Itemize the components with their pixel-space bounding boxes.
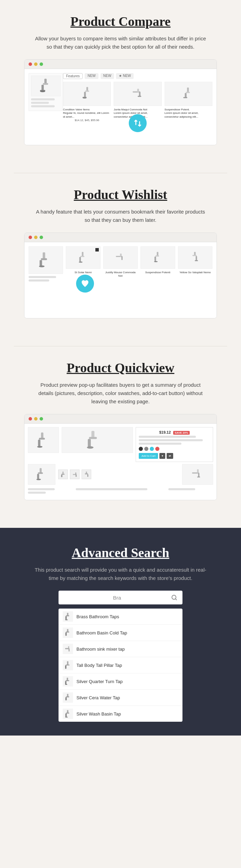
svg-rect-56 — [85, 473, 88, 474]
svg-rect-2 — [42, 85, 44, 91]
dot-green-compare — [40, 62, 43, 66]
svg-rect-45 — [40, 468, 42, 473]
quickview-title: Product Quickview — [21, 360, 220, 375]
svg-rect-28 — [121, 256, 122, 260]
wishlist-product-2: Justify Mouse Commoda Not — [103, 246, 138, 278]
quickview-content-area: $19.12 SAVE 20% — [24, 424, 217, 500]
search-result-6[interactable]: Silver Cera Water Tap — [59, 690, 182, 706]
compare-swap-icon[interactable] — [129, 114, 147, 132]
faucet-icon-result-7 — [64, 710, 72, 718]
search-input-box[interactable]: Bra — [59, 591, 182, 604]
svg-point-21 — [39, 265, 44, 267]
search-result-img-2 — [63, 628, 73, 638]
tab-new-2[interactable]: NEW — [101, 73, 114, 79]
compare-browser-wrapper: Features NEW NEW ★ NEW — [21, 59, 220, 156]
svg-point-67 — [65, 619, 68, 620]
quickview-left-thumb — [28, 427, 59, 462]
quickview-buttons: Add to Cart ♥ ⇄ — [139, 453, 210, 459]
search-result-4[interactable]: Tall Body Tall Pillar Tap — [59, 657, 182, 673]
color-swatch-4[interactable] — [155, 447, 159, 451]
svg-point-44 — [87, 446, 93, 448]
qv-line-2 — [139, 439, 203, 441]
svg-rect-46 — [38, 472, 43, 474]
color-swatch-1[interactable] — [139, 447, 143, 451]
dot-yellow-wishlist — [34, 236, 38, 239]
wishlist-product-img-1 — [66, 246, 101, 269]
svg-rect-57 — [87, 474, 88, 477]
dot-green-wishlist — [40, 236, 43, 239]
svg-rect-20 — [40, 260, 42, 266]
svg-rect-49 — [62, 472, 64, 474]
faucet-icon-qv-left — [34, 431, 52, 449]
dot-yellow-compare — [34, 62, 38, 66]
svg-point-9 — [82, 97, 86, 99]
compare-left-panel — [29, 73, 63, 122]
svg-rect-18 — [43, 253, 45, 259]
quickview-browser-content: $19.12 SAVE 20% — [24, 424, 217, 500]
faucet-icon-wl-1 — [76, 251, 90, 265]
svg-rect-84 — [67, 710, 69, 713]
magnifier-icon — [171, 594, 177, 601]
qv-strip-2[interactable] — [70, 470, 80, 479]
qv-line-3 — [139, 443, 181, 445]
search-result-7[interactable]: Silver Wash Basin Tap — [59, 706, 182, 722]
search-result-5[interactable]: Silver Quarter Turn Tap — [59, 673, 182, 690]
quickview-sale-badge: SAVE 20% — [173, 431, 189, 435]
svg-rect-59 — [197, 469, 199, 473]
compare-browser-content: Features NEW NEW ★ NEW — [24, 69, 217, 145]
search-result-2[interactable]: Bathroom Basin Cold Tap — [59, 625, 182, 641]
faucet-icon-wl-4 — [188, 251, 202, 265]
dot-red-wishlist — [29, 236, 32, 239]
wishlist-description: A handy feature that lets your consumers… — [34, 208, 207, 224]
svg-rect-70 — [65, 632, 67, 636]
svg-rect-14 — [187, 88, 189, 93]
quickview-thumbnails-strip — [58, 464, 179, 485]
compare-product-price-1: $14.12, $45, $55.96 — [63, 119, 111, 122]
advanced-search-description: This product search will provide you wit… — [34, 566, 207, 582]
svg-rect-76 — [65, 665, 66, 669]
quickview-compare-button[interactable]: ⇄ — [167, 453, 173, 459]
wishlist-left-img — [29, 246, 63, 274]
quickview-section: Product Quickview Product preview pop-up… — [0, 346, 241, 528]
search-result-3[interactable]: Bathroom sink mixer tap — [59, 641, 182, 657]
svg-rect-12 — [139, 92, 140, 96]
qv-strip-3[interactable] — [82, 470, 91, 479]
svg-point-32 — [154, 261, 158, 262]
quickview-wishlist-button[interactable]: ♥ — [159, 453, 165, 459]
wl-line-2 — [29, 279, 49, 282]
quickview-add-to-cart-button[interactable]: Add to Cart — [139, 453, 158, 459]
wishlist-heart-icon[interactable] — [76, 275, 94, 293]
search-result-img-3 — [63, 644, 73, 654]
faucet-icon-result-6 — [64, 693, 72, 702]
qv-bl-1 — [28, 488, 55, 490]
tab-new-1[interactable]: NEW — [85, 73, 98, 79]
wishlist-browser-topbar — [24, 233, 217, 242]
faucet-icon-qv-bottom-right — [190, 467, 205, 482]
faucet-icon-wl-2 — [114, 251, 127, 265]
compare-product-1: Condition Valve ItemsRegular hi, round n… — [63, 82, 111, 122]
svg-rect-1 — [43, 83, 48, 85]
search-result-img-5 — [63, 676, 73, 687]
dot-green-qv — [40, 417, 43, 421]
color-swatch-3[interactable] — [150, 447, 154, 451]
faucet-icon-result-2 — [64, 629, 72, 637]
svg-rect-60 — [198, 473, 199, 477]
svg-rect-17 — [184, 97, 188, 98]
search-result-1[interactable]: Brass Bathroom Taps — [59, 609, 182, 625]
wishlist-browser-mock: St Solar Nemi Justi — [24, 233, 217, 318]
tab-new-3[interactable]: ★ NEW — [116, 73, 134, 79]
color-swatch-2[interactable] — [144, 447, 148, 451]
faucet-icon-result-4 — [64, 661, 72, 669]
wishlist-product-4: Yellow So Valuptati Nemo — [178, 246, 213, 278]
wishlist-product-img-3 — [140, 246, 175, 269]
qv-strip-1[interactable] — [58, 470, 68, 479]
compare-browser-mock: Features NEW NEW ★ NEW — [24, 59, 217, 145]
quickview-desc-lines — [139, 436, 210, 445]
compare-browser-topbar — [24, 60, 217, 69]
faucet-icon-wl-left — [36, 251, 55, 269]
quickview-bottom-lines — [28, 487, 213, 496]
line-1 — [31, 98, 55, 100]
tab-features[interactable]: Features — [63, 73, 83, 79]
search-result-text-1: Brass Bathroom Taps — [76, 614, 119, 619]
svg-point-80 — [65, 684, 67, 685]
